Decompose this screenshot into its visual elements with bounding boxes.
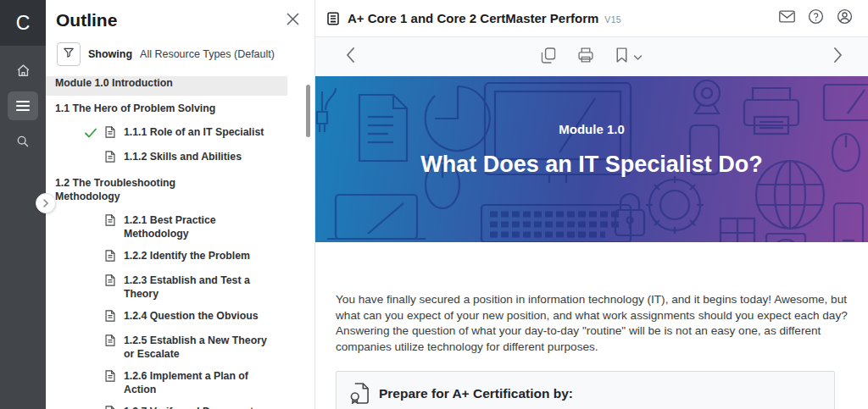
bookmark-menu-button[interactable] bbox=[634, 49, 643, 64]
course-version-badge: V15 bbox=[604, 14, 621, 25]
outline-menu-button[interactable] bbox=[8, 91, 38, 120]
filter-showing-label: Showing bbox=[88, 48, 132, 60]
main-content: A+ Core 1 and Core 2 CertMaster Perform … bbox=[315, 0, 868, 409]
mail-icon bbox=[779, 10, 795, 26]
filter-value[interactable]: All Resource Types (Default) bbox=[140, 48, 275, 60]
outline-item[interactable]: 1.1.1 Role of an IT Specialist bbox=[55, 121, 287, 146]
app-window: C Outline bbox=[0, 0, 868, 409]
document-icon bbox=[105, 214, 116, 229]
outline-item-label: 1.2 The Troubleshooting Methodology bbox=[55, 176, 218, 203]
course-title: A+ Core 1 and Core 2 CertMaster Perform bbox=[348, 11, 598, 25]
outline-item[interactable]: 1.2.2 Identify the Problem bbox=[55, 245, 287, 269]
close-outline-button[interactable] bbox=[285, 11, 301, 30]
outline-item-label: 1.2.3 Establish and Test a Theory bbox=[124, 274, 275, 301]
messages-button[interactable] bbox=[779, 10, 795, 26]
certificate-icon bbox=[350, 383, 370, 404]
outline-item-label: 1.1 The Hero of Problem Solving bbox=[55, 102, 215, 115]
outline-item-label: Module 1.0 Introduction bbox=[55, 76, 173, 90]
outline-item[interactable]: 1.2.3 Establish and Test a Theory bbox=[55, 269, 287, 305]
outline-item[interactable]: 1.1 The Hero of Problem Solving bbox=[55, 96, 287, 121]
home-button[interactable] bbox=[8, 56, 38, 85]
account-button[interactable] bbox=[837, 8, 853, 28]
callout-title: Prepare for A+ Certification by: bbox=[379, 386, 573, 401]
document-icon bbox=[105, 274, 116, 290]
outline-item[interactable]: 1.2.6 Implement a Plan of Action bbox=[55, 365, 287, 401]
filter-button[interactable] bbox=[57, 42, 81, 66]
document-icon bbox=[105, 250, 116, 265]
document-icon bbox=[105, 334, 116, 350]
outline-item-label: 1.1.2 Skills and Abilities bbox=[124, 150, 242, 163]
outline-item[interactable]: 1.2.4 Question the Obvious bbox=[55, 305, 287, 329]
outline-list: Module 1.0 Introduction 1.1 The Hero of … bbox=[46, 76, 287, 409]
chevron-right-icon bbox=[42, 196, 50, 211]
outline-item-label: 1.2.4 Question the Obvious bbox=[124, 309, 259, 323]
search-button[interactable] bbox=[8, 127, 38, 156]
outline-item-label: 1.2.7 Verify and Document bbox=[124, 405, 253, 409]
outline-item-label: 1.2.5 Establish a New Theory or Escalate bbox=[124, 334, 275, 361]
outline-item-label: 1.1.1 Role of an IT Specialist bbox=[124, 125, 264, 139]
outline-panel: Outline Showing All Resource Types (Defa… bbox=[46, 0, 315, 409]
home-icon bbox=[16, 64, 31, 78]
chevron-left-icon bbox=[346, 47, 355, 66]
help-button[interactable] bbox=[808, 8, 824, 28]
outline-item[interactable]: 1.2.5 Establish a New Theory or Escalate bbox=[55, 329, 287, 365]
bookmark-icon bbox=[616, 47, 628, 66]
outline-panel-title: Outline bbox=[56, 10, 117, 30]
outline-scrollbar-thumb[interactable] bbox=[306, 85, 310, 137]
chevron-right-icon bbox=[833, 47, 843, 66]
copy-button[interactable] bbox=[542, 47, 556, 67]
module-hero-banner: Module 1.0 What Does an IT Specialist Do… bbox=[315, 76, 868, 242]
filter-icon bbox=[63, 47, 75, 62]
collapse-panel-button[interactable] bbox=[36, 193, 56, 213]
printer-icon bbox=[578, 47, 594, 66]
document-icon bbox=[105, 151, 116, 166]
chevron-down-icon bbox=[634, 49, 643, 64]
completed-check-icon bbox=[85, 126, 97, 141]
certification-callout: Prepare for A+ Certification by: Describ… bbox=[336, 371, 835, 409]
outline-item[interactable]: 1.2.1 Best Practice Methodology bbox=[55, 209, 287, 245]
course-book-icon bbox=[326, 11, 341, 26]
outline-item-label: 1.2.2 Identify the Problem bbox=[124, 249, 250, 263]
copy-icon bbox=[542, 47, 556, 67]
outline-item[interactable]: 1.2 The Troubleshooting Methodology bbox=[55, 170, 287, 209]
outline-item[interactable]: 1.1.2 Skills and Abilities bbox=[55, 146, 287, 170]
course-header: A+ Core 1 and Core 2 CertMaster Perform … bbox=[315, 0, 868, 37]
document-icon bbox=[105, 406, 116, 409]
close-icon bbox=[287, 14, 299, 28]
bookmark-button[interactable] bbox=[616, 47, 628, 66]
account-icon bbox=[837, 8, 853, 28]
document-icon bbox=[105, 126, 116, 141]
previous-page-button[interactable] bbox=[346, 47, 355, 66]
document-icon bbox=[105, 370, 116, 385]
hero-module-label: Module 1.0 bbox=[559, 122, 625, 136]
outline-item-label: 1.2.1 Best Practice Methodology bbox=[124, 213, 275, 240]
outline-item[interactable]: 1.2.7 Verify and Document bbox=[55, 401, 287, 409]
intro-paragraph: You have finally secured a position in i… bbox=[336, 292, 856, 355]
menu-icon bbox=[16, 100, 30, 112]
document-icon bbox=[105, 310, 116, 325]
outline-item-label: 1.2.6 Implement a Plan of Action bbox=[124, 369, 275, 396]
print-button[interactable] bbox=[578, 47, 594, 66]
lesson-body: You have finally secured a position in i… bbox=[315, 242, 868, 409]
outline-item[interactable]: Module 1.0 Introduction bbox=[46, 76, 287, 96]
lesson-toolbar bbox=[315, 37, 868, 76]
hero-title: What Does an IT Specialist Do? bbox=[420, 152, 763, 178]
search-icon bbox=[16, 135, 30, 148]
next-page-button[interactable] bbox=[833, 47, 843, 66]
help-icon bbox=[808, 8, 824, 28]
brand-logo[interactable]: C bbox=[0, 0, 46, 46]
